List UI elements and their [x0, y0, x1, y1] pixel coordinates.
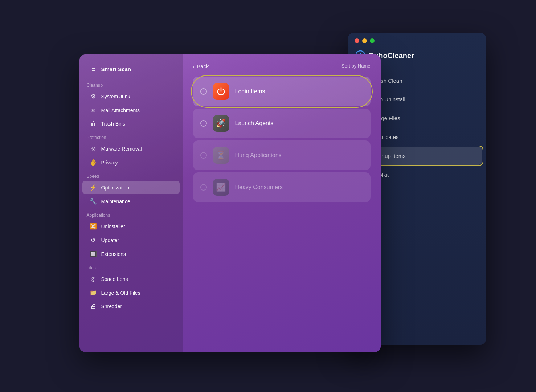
shredder-icon: 🖨: [90, 303, 97, 310]
uninstaller-icon: 🔀: [90, 223, 97, 230]
trash-icon: 🗑: [90, 121, 97, 127]
app-window: 🖥 Smart Scan Cleanup ⚙ System Junk ✉ Mai…: [79, 54, 381, 352]
close-button[interactable]: [355, 38, 359, 43]
sidebar-item-smart-scan[interactable]: 🖥 Smart Scan: [82, 62, 180, 78]
extensions-icon: 🔲: [90, 250, 97, 257]
sidebar-section-files: Files: [79, 261, 183, 272]
sidebar-item-label-shredder: Shredder: [101, 303, 122, 309]
sidebar-item-space-lens[interactable]: ◎ Space Lens: [82, 272, 180, 286]
sidebar-item-mail-attachments[interactable]: ✉ Mail Attachments: [82, 103, 180, 117]
malware-icon: ☣: [90, 145, 97, 152]
main-content: ‹ Back Sort by Name Login: [183, 54, 381, 352]
sidebar-item-label-malware-removal: Malware Removal: [101, 146, 142, 152]
maximize-button[interactable]: [370, 38, 375, 43]
scene: BuhoCleaner ⚡ Flash Clean 🗑 App Uninstal…: [50, 33, 486, 359]
launch-agents-label: Launch Agents: [235, 120, 274, 127]
sidebar-item-label-extensions: Extensions: [101, 251, 126, 257]
sidebar-section-applications: Applications: [79, 208, 183, 219]
sidebar-item-label-large-old-files: Large & Old Files: [101, 290, 140, 296]
login-items-icon: [213, 83, 229, 100]
sidebar-item-large-old-files[interactable]: 📁 Large & Old Files: [82, 286, 180, 299]
sidebar-item-label-optimization: Optimization: [101, 185, 130, 191]
system-junk-icon: ⚙: [90, 93, 97, 100]
sidebar-item-label-uninstaller: Uninstaller: [101, 224, 125, 229]
list-item-login-items[interactable]: Login Items: [193, 77, 371, 106]
hung-applications-radio[interactable]: [200, 152, 207, 159]
sidebar-item-optimization[interactable]: ⚡ Optimization: [82, 181, 180, 194]
sidebar-item-shredder[interactable]: 🖨 Shredder: [82, 300, 180, 313]
sidebar-item-malware-removal[interactable]: ☣ Malware Removal: [82, 142, 180, 155]
back-label: Back: [197, 63, 209, 69]
heavy-consumers-label: Heavy Consumers: [235, 184, 283, 191]
launch-agents-radio[interactable]: [200, 120, 207, 127]
minimize-button[interactable]: [362, 38, 367, 43]
sidebar-item-uninstaller[interactable]: 🔀 Uninstaller: [82, 220, 180, 233]
updater-icon: ↺: [90, 237, 97, 244]
smart-scan-icon: 🖥: [90, 66, 97, 72]
sidebar-item-maintenance[interactable]: 🔧 Maintenance: [82, 195, 180, 208]
list-item-hung-applications[interactable]: ⏳ Hung Applications: [193, 140, 371, 170]
sidebar-item-label-mail-attachments: Mail Attachments: [101, 107, 140, 113]
sidebar-item-label-privacy: Privacy: [101, 160, 118, 166]
sidebar-item-extensions[interactable]: 🔲 Extensions: [82, 247, 180, 261]
sidebar-item-label-smart-scan: Smart Scan: [101, 66, 131, 72]
titlebar: [348, 33, 486, 48]
list-item-launch-agents[interactable]: 🚀 Launch Agents: [193, 109, 371, 138]
sidebar-item-label-maintenance: Maintenance: [101, 199, 130, 204]
sidebar-item-label-space-lens: Space Lens: [101, 276, 128, 282]
hung-applications-icon: ⏳: [213, 147, 229, 164]
items-list: Login Items 🚀 Launch Agents ⏳ Hun: [193, 77, 371, 202]
optimization-icon: ⚡: [90, 184, 97, 191]
hung-applications-label: Hung Applications: [235, 152, 282, 159]
sidebar-section-speed: Speed: [79, 170, 183, 180]
heavy-consumers-icon: 📈: [213, 179, 229, 196]
large-old-files-icon: 📁: [90, 289, 97, 296]
sidebar-item-label-system-junk: System Junk: [101, 94, 130, 99]
list-item-heavy-consumers[interactable]: 📈 Heavy Consumers: [193, 172, 371, 202]
sidebar-section-cleanup: Cleanup: [79, 78, 183, 89]
login-items-label: Login Items: [235, 88, 265, 95]
sidebar-section-protection: Protection: [79, 131, 183, 142]
heavy-consumers-radio[interactable]: [200, 184, 207, 191]
privacy-icon: 🖐: [90, 159, 97, 166]
back-chevron-icon: ‹: [193, 64, 195, 69]
sidebar-item-privacy[interactable]: 🖐 Privacy: [82, 156, 180, 169]
maintenance-icon: 🔧: [90, 198, 97, 205]
login-items-radio[interactable]: [200, 88, 207, 95]
sidebar-item-label-trash-bins: Trash Bins: [101, 121, 125, 127]
sidebar-item-label-updater: Updater: [101, 237, 119, 243]
launch-agents-icon: 🚀: [213, 115, 229, 132]
sidebar: 🖥 Smart Scan Cleanup ⚙ System Junk ✉ Mai…: [79, 54, 183, 352]
sidebar-item-updater[interactable]: ↺ Updater: [82, 233, 180, 247]
space-lens-icon: ◎: [90, 275, 97, 282]
sort-label: Sort by Name: [341, 63, 370, 69]
sidebar-item-trash-bins[interactable]: 🗑 Trash Bins: [82, 117, 180, 130]
mail-icon: ✉: [90, 107, 97, 114]
sidebar-item-system-junk[interactable]: ⚙ System Junk: [82, 90, 180, 103]
